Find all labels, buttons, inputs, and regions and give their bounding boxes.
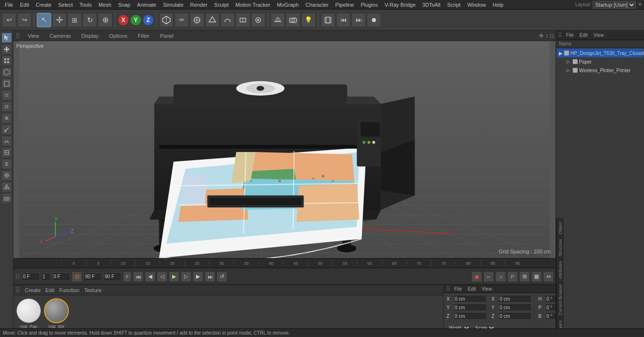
left-tool-9[interactable] xyxy=(1,136,12,146)
anim-forward-btn[interactable]: ⏭ xyxy=(351,13,366,27)
menu-animate[interactable]: Animate xyxy=(134,0,159,10)
menu-file[interactable]: File xyxy=(2,0,16,10)
frame-end-input[interactable] xyxy=(84,272,102,281)
layout-close[interactable]: ✕ xyxy=(638,1,642,8)
menu-simulate[interactable]: Simulate xyxy=(160,0,186,10)
material-item-wire[interactable]: mat_Wir xyxy=(44,298,69,329)
anim-frame-btn[interactable] xyxy=(321,13,335,27)
vtab-options[interactable]: Options xyxy=(106,31,130,41)
obj-edit-item[interactable]: Edit xyxy=(578,33,589,38)
next-frame-btn[interactable]: ▶ xyxy=(193,272,203,282)
viewport-3d[interactable]: Perspective Grid Spacing : 100 cm xyxy=(13,41,556,258)
set-frame-btn[interactable]: ⊡ xyxy=(72,272,82,282)
menu-character[interactable]: Character xyxy=(303,0,331,10)
menu-snap[interactable]: Snap xyxy=(115,0,133,10)
menu-create[interactable]: Create xyxy=(33,0,55,10)
obj-view-item[interactable]: View xyxy=(591,33,606,38)
rotate-tool-button[interactable]: ↻ xyxy=(83,13,97,27)
redo-button[interactable]: ↪ xyxy=(17,13,32,27)
cube-tool[interactable] xyxy=(159,13,174,27)
rvtab-attributes[interactable]: Attributes xyxy=(558,259,563,281)
left-tool-5[interactable]: ⊡ xyxy=(1,90,12,100)
menu-script[interactable]: Script xyxy=(444,0,463,10)
viewport-icon-plus[interactable]: ✛ xyxy=(539,33,544,39)
z-axis-button[interactable]: Z xyxy=(142,14,154,26)
play-btn[interactable]: ▶ xyxy=(169,272,179,282)
menu-edit[interactable]: Edit xyxy=(17,0,32,10)
tc-btn-table[interactable]: ▦ xyxy=(531,272,542,282)
left-tool-8[interactable] xyxy=(1,124,12,135)
menu-tools[interactable]: Tools xyxy=(76,0,95,10)
frame-end2-input[interactable] xyxy=(103,272,121,281)
go-start-btn[interactable]: ⏮ xyxy=(133,272,143,282)
undo-button[interactable]: ↩ xyxy=(2,13,16,27)
left-tool-6[interactable]: ⊟ xyxy=(1,101,12,112)
menu-plugins[interactable]: Plugins xyxy=(358,0,381,10)
select-tool-button[interactable]: ↖ xyxy=(37,13,51,27)
coord-y-pos[interactable] xyxy=(453,304,487,311)
vtab-filter[interactable]: Filter xyxy=(135,31,152,41)
go-end-btn[interactable]: ⏭ xyxy=(205,272,215,282)
attr-file[interactable]: File xyxy=(452,286,464,292)
frame-current-input[interactable] xyxy=(52,272,70,281)
tc-btn-1[interactable]: ↔ xyxy=(483,272,494,282)
record-btn[interactable]: ⏺ xyxy=(471,272,482,282)
left-tool-10[interactable] xyxy=(1,147,12,158)
light-tool[interactable]: 💡 xyxy=(301,13,316,27)
tc-btn-2[interactable]: ○ xyxy=(495,272,506,282)
tc-btn-expand[interactable]: ⇔ xyxy=(543,272,554,282)
attr-view[interactable]: View xyxy=(480,286,494,292)
menu-pipeline[interactable]: Pipeline xyxy=(332,0,357,10)
rvtab-object[interactable]: Object xyxy=(558,220,563,236)
menu-select[interactable]: Select xyxy=(55,0,76,10)
camera-tool[interactable] xyxy=(286,13,300,27)
left-tool-scale[interactable] xyxy=(1,55,12,66)
vtab-display[interactable]: Display xyxy=(78,31,101,41)
vtab-cameras[interactable]: Cameras xyxy=(47,31,74,41)
anim-record-btn[interactable]: ⏺ xyxy=(367,13,381,27)
frame-start-input[interactable] xyxy=(22,272,40,281)
rvtab-structure[interactable]: Structure xyxy=(558,237,563,259)
x-axis-button[interactable]: X xyxy=(118,14,129,26)
add-tool-button[interactable]: ⊕ xyxy=(98,13,112,27)
left-tool-11[interactable]: S xyxy=(1,159,12,169)
left-tool-12[interactable] xyxy=(1,170,12,181)
left-tool-7[interactable]: ⊠ xyxy=(1,113,12,123)
left-tool-box[interactable] xyxy=(1,78,12,89)
deformer-tool[interactable] xyxy=(236,13,250,27)
obj-file-item[interactable]: File xyxy=(564,33,576,38)
vtab-panel[interactable]: Panel xyxy=(157,31,176,41)
attr-edit[interactable]: Edit xyxy=(466,286,478,292)
tc-btn-p[interactable]: P xyxy=(507,272,518,282)
coord-z-size[interactable] xyxy=(498,312,532,320)
viewport-icon-square[interactable]: □ xyxy=(550,33,554,39)
menu-motion-tracker[interactable]: Motion Tracker xyxy=(232,0,273,10)
mat-menu-texture[interactable]: Texture xyxy=(84,287,101,293)
next-key-btn[interactable]: ▷ xyxy=(181,272,191,282)
viewport-icon-up[interactable]: ↑ xyxy=(546,33,548,39)
y-axis-button[interactable]: Y xyxy=(130,14,142,26)
left-tool-select[interactable] xyxy=(1,33,12,43)
mat-menu-edit[interactable]: Edit xyxy=(45,287,55,293)
menu-vray-bridge[interactable]: V-Ray Bridge xyxy=(382,0,419,10)
left-tool-14[interactable] xyxy=(1,193,12,204)
coord-x-pos[interactable] xyxy=(453,295,487,303)
left-tool-move[interactable] xyxy=(1,44,12,54)
obj-item-paper[interactable]: ▷ Paper xyxy=(563,57,643,66)
mat-menu-create[interactable]: Create xyxy=(25,287,41,293)
material-item-paper[interactable]: mat_Pap xyxy=(16,298,41,329)
pencil-tool[interactable]: ✏ xyxy=(175,13,189,27)
rvtab-current-browser[interactable]: Current Browser xyxy=(558,282,563,317)
menu-mograph[interactable]: MoGraph xyxy=(274,0,302,10)
layout-select[interactable]: Startup [User] xyxy=(593,1,636,9)
nurbs-tool[interactable] xyxy=(251,13,265,27)
scale-tool-button[interactable]: ⊞ xyxy=(67,13,82,27)
polygon-tool[interactable] xyxy=(205,13,219,27)
obj-item-wireless-plotter[interactable]: ▷ Wireless_Plotter_Printer xyxy=(563,66,643,75)
move-tool-button[interactable]: ✛ xyxy=(52,13,66,27)
floor-tool[interactable] xyxy=(271,13,285,27)
frame-step-input[interactable] xyxy=(41,272,51,281)
menu-mesh[interactable]: Mesh xyxy=(96,0,114,10)
prev-frame-btn[interactable]: ◀ xyxy=(145,272,155,282)
prev-key-btn[interactable]: ◁ xyxy=(157,272,167,282)
